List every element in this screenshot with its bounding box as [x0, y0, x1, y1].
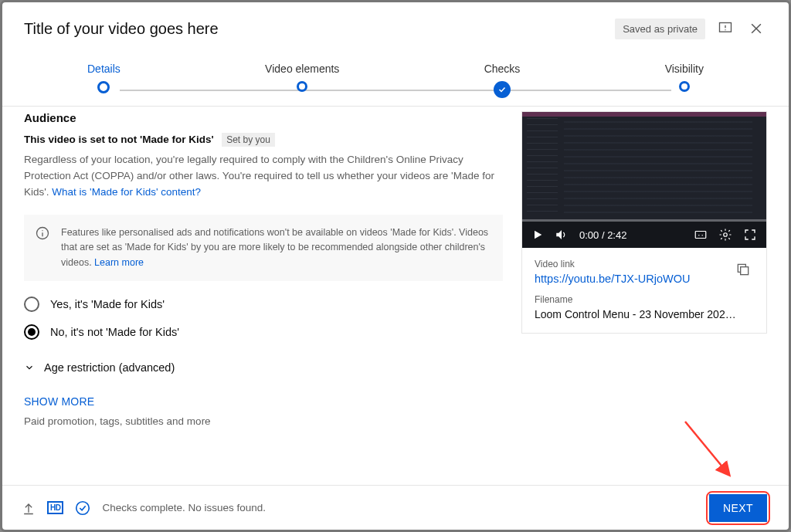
player-controls: 0:00 / 2:42 — [522, 222, 766, 248]
volume-icon[interactable] — [555, 228, 569, 242]
video-link-label: Video link — [535, 259, 725, 269]
kids-statement: This video is set to not 'Made for Kids' — [24, 134, 214, 145]
info-icon — [35, 225, 50, 241]
preview-panel: 0:00 / 2:42 Video link https://youtu.be/… — [521, 111, 767, 485]
show-more-button[interactable]: SHOW MORE — [24, 395, 503, 408]
svg-rect-10 — [695, 232, 706, 239]
kids-notice: Features like personalised ads and notif… — [24, 215, 503, 281]
learn-more-link[interactable]: Learn more — [94, 257, 144, 268]
svg-point-13 — [76, 501, 90, 514]
feedback-icon[interactable] — [715, 18, 736, 39]
radio-indicator-selected — [24, 324, 39, 340]
set-by-chip: Set by you — [222, 133, 275, 147]
svg-rect-12 — [741, 267, 749, 275]
step-video-elements[interactable]: Video elements — [265, 63, 339, 92]
step-dot — [297, 81, 307, 92]
kids-radio-group: Yes, it's 'Made for Kids' No, it's not '… — [24, 296, 503, 340]
settings-icon[interactable] — [718, 228, 732, 242]
details-form: Audience This video is set to not 'Made … — [24, 111, 503, 485]
audience-description: Regardless of your location, you're lega… — [24, 152, 503, 201]
copy-link-icon[interactable] — [732, 259, 754, 280]
stepper-line — [120, 90, 671, 91]
dialog-footer: HD Checks complete. No issues found. NEX… — [2, 485, 789, 530]
step-checks[interactable]: Checks — [484, 63, 521, 98]
stepper: Details Video elements Checks Visibility — [2, 53, 789, 107]
status-badge: Saved as private — [615, 19, 705, 39]
dialog-header: Title of your video goes here Saved as p… — [2, 2, 789, 53]
time-display: 0:00 / 2:42 — [579, 229, 626, 241]
video-thumbnail[interactable]: 0:00 / 2:42 — [522, 112, 766, 248]
step-visibility[interactable]: Visibility — [665, 63, 704, 92]
play-icon[interactable] — [531, 229, 544, 241]
upload-dialog: Title of your video goes here Saved as p… — [2, 2, 789, 530]
captions-icon[interactable] — [694, 228, 708, 242]
preview-card: 0:00 / 2:42 Video link https://youtu.be/… — [521, 111, 767, 334]
svg-point-7 — [42, 230, 42, 231]
step-dot-done — [494, 81, 511, 98]
step-details[interactable]: Details — [87, 63, 121, 93]
checks-status-text: Checks complete. No issues found. — [102, 502, 266, 513]
filename-label: Filename — [535, 294, 754, 305]
step-dot — [679, 81, 690, 92]
video-title: Title of your video goes here — [24, 20, 606, 38]
made-for-kids-help-link[interactable]: What is 'Made for Kids' content? — [52, 186, 201, 198]
radio-made-for-kids-yes[interactable]: Yes, it's 'Made for Kids' — [24, 296, 503, 312]
next-button[interactable]: NEXT — [709, 494, 767, 522]
annotation-highlight: NEXT — [706, 491, 770, 525]
video-link[interactable]: https://youtu.be/TJX-URjoWOU — [535, 273, 725, 285]
audience-heading: Audience — [24, 111, 503, 124]
svg-marker-8 — [535, 231, 541, 239]
close-icon[interactable] — [745, 18, 767, 39]
svg-point-2 — [725, 29, 725, 30]
svg-marker-9 — [556, 230, 562, 239]
chevron-down-icon — [24, 362, 35, 373]
show-more-hint: Paid promotion, tags, subtitles and more — [24, 415, 503, 427]
fullscreen-icon[interactable] — [743, 228, 757, 242]
step-dot-active — [97, 81, 110, 93]
age-restriction-expander[interactable]: Age restriction (advanced) — [24, 361, 503, 374]
radio-made-for-kids-no[interactable]: No, it's not 'Made for Kids' — [24, 324, 503, 340]
radio-indicator — [24, 296, 39, 312]
hd-icon: HD — [47, 501, 63, 514]
dialog-content: Audience This video is set to not 'Made … — [2, 107, 789, 485]
checks-done-icon — [74, 500, 91, 517]
filename-value: Loom Control Menu - 23 November 202… — [535, 308, 754, 320]
svg-point-11 — [724, 233, 728, 237]
upload-icon[interactable] — [21, 500, 36, 516]
